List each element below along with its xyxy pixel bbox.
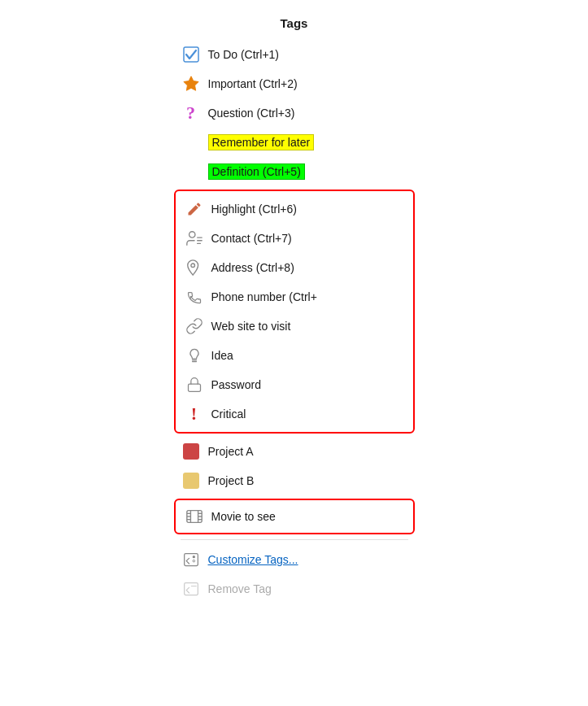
tag-item-highlight[interactable]: Highlight (Ctrl+6) — [176, 194, 413, 224]
pencil-icon — [184, 198, 205, 220]
svg-rect-20 — [184, 583, 198, 595]
svg-point-2 — [189, 232, 194, 238]
tag-item-phone[interactable]: Phone number (Ctrl+ — [176, 282, 413, 312]
tag-label-idea: Idea — [211, 349, 233, 362]
tag-label-project-b: Project B — [208, 474, 255, 487]
question-icon: ? — [181, 102, 202, 124]
svg-marker-1 — [183, 76, 198, 90]
svg-point-18 — [192, 556, 194, 558]
tag-label-remember: Remember for later — [208, 134, 315, 150]
phone-icon — [184, 286, 205, 307]
tag-item-critical[interactable]: ! Critical — [176, 399, 413, 429]
remove-tag-label: Remove Tag — [208, 582, 272, 595]
tag-label-todo: To Do (Ctrl+1) — [208, 48, 280, 61]
movie-border-group: Movie to see — [174, 499, 415, 534]
svg-rect-17 — [184, 554, 198, 566]
tag-item-important[interactable]: Important (Ctrl+2) — [172, 69, 416, 98]
tag-item-movie[interactable]: Movie to see — [176, 502, 413, 531]
project-a-color-icon — [181, 441, 202, 462]
lightbulb-icon — [184, 345, 205, 366]
remember-icon — [181, 132, 202, 153]
definition-icon — [181, 161, 202, 182]
svg-point-6 — [190, 264, 194, 268]
divider — [181, 539, 408, 540]
lock-icon — [184, 374, 205, 395]
customize-tags-button[interactable]: Customize Tags... — [172, 545, 416, 574]
tag-item-contact[interactable]: Contact (Ctrl+7) — [176, 224, 413, 253]
address-icon — [184, 257, 205, 278]
tag-item-question[interactable]: ? Question (Ctrl+3) — [172, 98, 416, 128]
tag-item-password[interactable]: Password — [176, 370, 413, 399]
star-icon — [181, 73, 202, 94]
tags-title: Tags — [172, 16, 416, 30]
checkbox-icon — [181, 44, 202, 65]
customize-tags-link[interactable]: Customize Tags... — [208, 553, 298, 566]
tag-item-address[interactable]: Address (Ctrl+8) — [176, 253, 413, 282]
tag-label-critical: Critical — [211, 407, 246, 421]
chain-icon — [184, 316, 205, 337]
tag-label-address: Address (Ctrl+8) — [211, 261, 294, 274]
tag-item-website[interactable]: Web site to visit — [176, 312, 413, 341]
tag-label-contact: Contact (Ctrl+7) — [211, 232, 292, 245]
customize-tags-icon — [181, 549, 202, 570]
film-icon — [184, 506, 205, 527]
tag-label-password: Password — [211, 378, 261, 391]
red-border-group: Highlight (Ctrl+6) Contact (Ctrl+7) — [174, 190, 415, 434]
tag-item-project-b[interactable]: Project B — [172, 466, 416, 495]
tag-label-website: Web site to visit — [211, 320, 291, 333]
svg-point-19 — [193, 560, 195, 562]
tag-item-definition[interactable]: Definition (Ctrl+5) — [172, 157, 416, 186]
tag-label-important: Important (Ctrl+2) — [208, 77, 298, 90]
remove-tag-icon — [181, 578, 202, 599]
project-b-color-icon — [181, 470, 202, 491]
svg-rect-7 — [188, 384, 200, 391]
tag-label-phone: Phone number (Ctrl+ — [211, 290, 317, 303]
tag-label-project-a: Project A — [208, 445, 254, 458]
tag-label-definition: Definition (Ctrl+5) — [208, 163, 305, 180]
tag-item-todo[interactable]: To Do (Ctrl+1) — [172, 40, 416, 69]
tag-item-idea[interactable]: Idea — [176, 341, 413, 370]
tag-label-movie: Movie to see — [211, 510, 276, 523]
contact-icon — [184, 228, 205, 249]
exclamation-icon: ! — [184, 403, 205, 425]
tag-label-highlight: Highlight (Ctrl+6) — [211, 203, 297, 216]
tag-label-question: Question (Ctrl+3) — [208, 107, 295, 120]
remove-tag-button[interactable]: Remove Tag — [172, 574, 416, 604]
tags-panel: Tags To Do (Ctrl+1) Important (Ctrl+2) ?… — [172, 8, 416, 706]
tag-item-project-a[interactable]: Project A — [172, 437, 416, 466]
tag-item-remember[interactable]: Remember for later — [172, 128, 416, 157]
